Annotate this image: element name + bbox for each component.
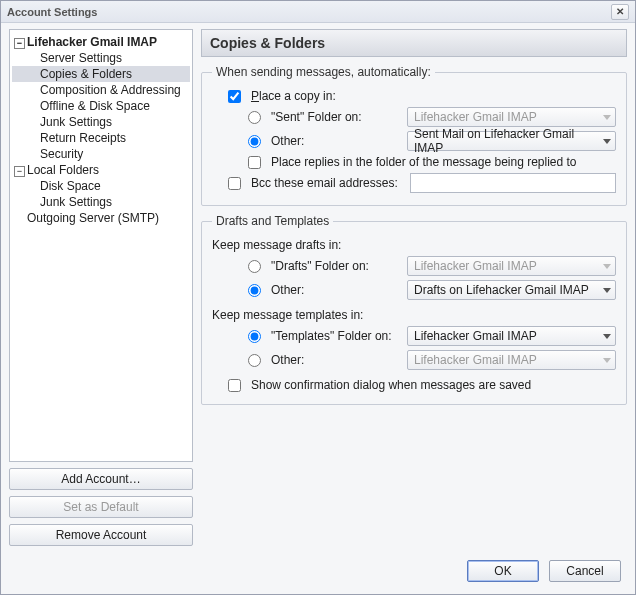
chevron-down-icon	[603, 334, 611, 339]
sent-other-radio[interactable]	[248, 135, 261, 148]
sent-folder-select: Lifehacker Gmail IMAP	[407, 107, 616, 127]
expander-icon[interactable]: −	[14, 38, 25, 49]
keep-templates-label: Keep message templates in:	[212, 306, 616, 324]
window-title: Account Settings	[7, 6, 611, 18]
add-account-button[interactable]: Add Account…	[9, 468, 193, 490]
place-replies-label: Place replies in the folder of the messa…	[271, 155, 577, 169]
drafts-folder-label: "Drafts" Folder on:	[271, 259, 401, 273]
bcc-input[interactable]	[410, 173, 616, 193]
drafts-other-select[interactable]: Drafts on Lifehacker Gmail IMAP	[407, 280, 616, 300]
templates-other-select: Lifehacker Gmail IMAP	[407, 350, 616, 370]
templates-folder-radio[interactable]	[248, 330, 261, 343]
place-copy-label: Place a copy in:	[251, 89, 336, 103]
chevron-down-icon	[603, 358, 611, 363]
ok-button[interactable]: OK	[467, 560, 539, 582]
chevron-down-icon	[603, 139, 611, 144]
templates-folder-select[interactable]: Lifehacker Gmail IMAP	[407, 326, 616, 346]
sending-legend: When sending messages, automatically:	[212, 65, 435, 79]
bcc-label: Bcc these email addresses:	[251, 176, 398, 190]
footer: OK Cancel	[1, 554, 635, 594]
tree-item[interactable]: Copies & Folders	[12, 66, 190, 82]
tree-account[interactable]: −Lifehacker Gmail IMAP	[12, 34, 190, 50]
tree-item[interactable]: Security	[12, 146, 190, 162]
tree-item[interactable]: Offline & Disk Space	[12, 98, 190, 114]
tree-account-label: Outgoing Server (SMTP)	[27, 211, 159, 225]
chevron-down-icon	[603, 288, 611, 293]
tree-item[interactable]: Server Settings	[12, 50, 190, 66]
titlebar: Account Settings ✕	[1, 1, 635, 23]
bcc-checkbox[interactable]	[228, 177, 241, 190]
keep-drafts-label: Keep message drafts in:	[212, 236, 616, 254]
sent-other-label: Other:	[271, 134, 401, 148]
show-confirm-checkbox[interactable]	[228, 379, 241, 392]
templates-other-label: Other:	[271, 353, 401, 367]
sent-folder-radio[interactable]	[248, 111, 261, 124]
chevron-down-icon	[603, 264, 611, 269]
accounts-tree[interactable]: −Lifehacker Gmail IMAPServer SettingsCop…	[9, 29, 193, 462]
tree-item[interactable]: Return Receipts	[12, 130, 190, 146]
tree-item[interactable]: Junk Settings	[12, 194, 190, 210]
drafts-other-label: Other:	[271, 283, 401, 297]
chevron-down-icon	[603, 115, 611, 120]
set-default-button: Set as Default	[9, 496, 193, 518]
expander-icon[interactable]: −	[14, 166, 25, 177]
remove-account-button[interactable]: Remove Account	[9, 524, 193, 546]
tree-account[interactable]: −Local Folders	[12, 162, 190, 178]
close-icon[interactable]: ✕	[611, 4, 629, 20]
account-settings-window: Account Settings ✕ −Lifehacker Gmail IMA…	[0, 0, 636, 595]
place-copy-checkbox[interactable]	[228, 90, 241, 103]
show-confirm-label: Show confirmation dialog when messages a…	[251, 378, 531, 392]
left-column: −Lifehacker Gmail IMAPServer SettingsCop…	[9, 29, 193, 546]
tree-item[interactable]: Composition & Addressing	[12, 82, 190, 98]
right-column: Copies & Folders When sending messages, …	[201, 29, 627, 546]
sending-group: When sending messages, automatically: Pl…	[201, 65, 627, 206]
tree-item[interactable]: Disk Space	[12, 178, 190, 194]
drafts-legend: Drafts and Templates	[212, 214, 333, 228]
drafts-folder-radio[interactable]	[248, 260, 261, 273]
tree-account-label: Lifehacker Gmail IMAP	[27, 35, 157, 49]
drafts-group: Drafts and Templates Keep message drafts…	[201, 214, 627, 405]
page-title: Copies & Folders	[201, 29, 627, 57]
tree-account-label: Local Folders	[27, 163, 99, 177]
drafts-other-radio[interactable]	[248, 284, 261, 297]
templates-other-radio[interactable]	[248, 354, 261, 367]
cancel-button[interactable]: Cancel	[549, 560, 621, 582]
place-replies-checkbox[interactable]	[248, 156, 261, 169]
sent-folder-label: "Sent" Folder on:	[271, 110, 401, 124]
tree-account[interactable]: Outgoing Server (SMTP)	[12, 210, 190, 226]
tree-item[interactable]: Junk Settings	[12, 114, 190, 130]
sent-other-select[interactable]: Sent Mail on Lifehacker Gmail IMAP	[407, 131, 616, 151]
drafts-folder-select: Lifehacker Gmail IMAP	[407, 256, 616, 276]
templates-folder-label: "Templates" Folder on:	[271, 329, 401, 343]
